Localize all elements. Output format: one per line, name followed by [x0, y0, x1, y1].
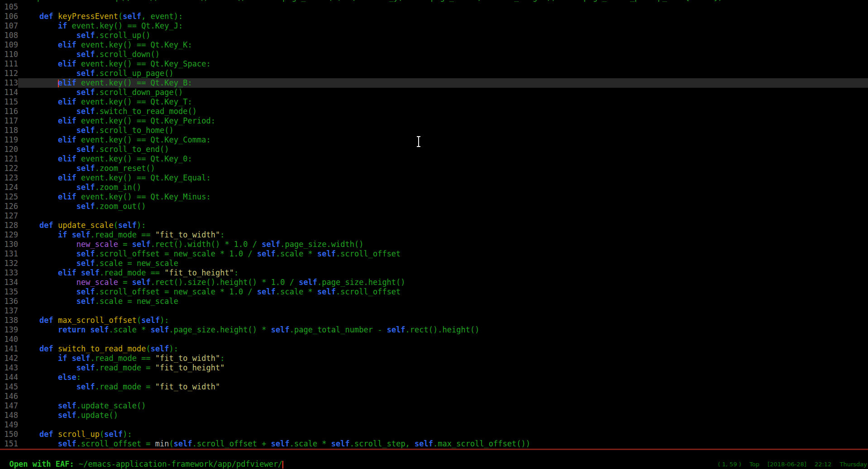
code-text: self.scroll_up() [18, 31, 868, 40]
code-line[interactable]: 132 self.scale = new_scale [0, 259, 868, 268]
line-number: 150 [0, 430, 18, 439]
code-text: def update_scale(self): [18, 221, 868, 230]
code-line[interactable]: 112 self.scroll_up_page() [0, 69, 868, 78]
code-line[interactable]: 140 [0, 335, 868, 344]
code-text [18, 2, 868, 12]
code-text: elif event.key() == Qt.Key_Period: [18, 116, 868, 126]
code-line[interactable]: 119 elif event.key() == Qt.Key_Comma: [0, 135, 868, 145]
line-number: 111 [0, 59, 18, 69]
code-line[interactable]: 129 if self.read_mode == "fit_to_width": [0, 230, 868, 240]
line-number: 142 [0, 354, 18, 363]
line-number: 110 [0, 50, 18, 59]
mouse-ibeam-cursor [415, 136, 422, 147]
line-number: 129 [0, 230, 18, 240]
code-line[interactable]: 114 self.scroll_down_page() [0, 88, 868, 97]
code-text: new_scale = self.rect().width() * 1.0 / … [18, 240, 868, 249]
code-line[interactable]: 122 self.zoom_reset() [0, 164, 868, 173]
line-number: 134 [0, 278, 18, 287]
tray-time: 22:12 [815, 461, 831, 468]
line-number: 109 [0, 40, 18, 50]
code-line[interactable]: 151 self.scroll_offset = min(self.scroll… [0, 439, 868, 449]
code-line[interactable]: 134 new_scale = self.rect().size().heigh… [0, 278, 868, 287]
code-text: self.update_scale() [18, 401, 868, 411]
code-line[interactable]: 105 [0, 2, 868, 12]
code-text [18, 420, 868, 430]
line-number: 133 [0, 268, 18, 278]
code-line[interactable]: 149 [0, 420, 868, 430]
code-text: def max_scroll_offset(self): [18, 316, 868, 325]
line-number: 138 [0, 316, 18, 325]
code-text [18, 392, 868, 401]
code-text: else: [18, 373, 868, 382]
code-line[interactable]: 147 self.update_scale() [0, 401, 868, 411]
line-number: 151 [0, 439, 18, 449]
code-line[interactable]: 108 self.scroll_up() [0, 31, 868, 40]
code-text: self.switch_to_read_mode() [18, 107, 868, 116]
code-line[interactable]: 143 self.read_mode = "fit_to_height" [0, 363, 868, 373]
code-text: self.update() [18, 411, 868, 420]
code-text: self.scroll_offset = new_scale * 1.0 / s… [18, 287, 868, 297]
code-line[interactable]: 113 elif event.key() == Qt.Key_B: [0, 78, 868, 88]
code-line[interactable]: 135 self.scroll_offset = new_scale * 1.0… [0, 287, 868, 297]
code-line[interactable]: 148 self.update() [0, 411, 868, 420]
code-line[interactable]: 146 [0, 392, 868, 401]
code-line[interactable]: 118 self.scroll_to_home() [0, 126, 868, 135]
line-number: 146 [0, 392, 18, 401]
code-text: self.scroll_offset = min(self.scroll_off… [18, 439, 868, 449]
code-line[interactable]: 110 self.scroll_down() [0, 50, 868, 59]
code-line[interactable]: 141 def switch_to_read_mode(self): [0, 344, 868, 354]
line-number: 116 [0, 107, 18, 116]
code-text: return self.scale * self.page_size.heigh… [18, 325, 868, 335]
line-number: 105 [0, 2, 18, 12]
tray-date: [2018-06-28] [768, 461, 806, 468]
code-line[interactable]: 120 self.scroll_to_end() [0, 145, 868, 154]
code-text: self.scale = new_scale [18, 297, 868, 306]
line-number: 143 [0, 363, 18, 373]
code-line[interactable]: 139 return self.scale * self.page_size.h… [0, 325, 868, 335]
code-line[interactable]: 111 elif event.key() == Qt.Key_Space: [0, 59, 868, 69]
code-line[interactable]: 130 new_scale = self.rect().width() * 1.… [0, 240, 868, 249]
code-line[interactable]: 123 elif event.key() == Qt.Key_Equal: [0, 173, 868, 183]
code-line[interactable]: 109 elif event.key() == Qt.Key_K: [0, 40, 868, 50]
line-number: 139 [0, 325, 18, 335]
minibuffer[interactable]: Open with EAF: ~/emacs-application-frame… [0, 450, 868, 460]
code-text: self.scroll_up_page() [18, 69, 868, 78]
code-line[interactable]: 121 elif event.key() == Qt.Key_0: [0, 154, 868, 164]
code-line[interactable]: 107 if event.key() == Qt.Key_J: [0, 21, 868, 31]
code-line[interactable]: 116 self.switch_to_read_mode() [0, 107, 868, 116]
code-line[interactable]: 127 [0, 211, 868, 221]
line-number: 121 [0, 154, 18, 164]
code-text: self.zoom_in() [18, 183, 868, 192]
line-number: 106 [0, 12, 18, 21]
code-text: elif event.key() == Qt.Key_B: [18, 78, 868, 88]
code-text: elif event.key() == Qt.Key_Minus: [18, 192, 868, 202]
line-number: 147 [0, 401, 18, 411]
code-line[interactable]: 125 elif event.key() == Qt.Key_Minus: [0, 192, 868, 202]
code-text: if self.read_mode == "fit_to_width": [18, 354, 868, 363]
code-line[interactable]: 136 self.scale = new_scale [0, 297, 868, 306]
code-line[interactable]: 138 def max_scroll_offset(self): [0, 316, 868, 325]
line-number: 145 [0, 382, 18, 392]
line-number: 112 [0, 69, 18, 78]
code-line[interactable]: 115 elif event.key() == Qt.Key_T: [0, 97, 868, 107]
code-text: elif event.key() == Qt.Key_T: [18, 97, 868, 107]
code-buffer[interactable]: painter.drawPixmap(QRect((self.rect().wi… [0, 0, 868, 449]
tray-scroll-position: Top [749, 461, 759, 468]
code-line[interactable]: 137 [0, 306, 868, 316]
code-line[interactable]: 145 self.read_mode = "fit_to_width" [0, 382, 868, 392]
code-line[interactable]: 142 if self.read_mode == "fit_to_width": [0, 354, 868, 363]
code-line[interactable]: 126 self.zoom_out() [0, 202, 868, 211]
line-number: 137 [0, 306, 18, 316]
code-line[interactable]: 150 def scroll_up(self): [0, 430, 868, 439]
code-line[interactable]: 124 self.zoom_in() [0, 183, 868, 192]
code-line[interactable]: 131 self.scroll_offset = new_scale * 1.0… [0, 249, 868, 259]
code-line[interactable]: 144 else: [0, 373, 868, 382]
code-text: self.scroll_to_end() [18, 145, 868, 154]
code-line[interactable]: 128 def update_scale(self): [0, 221, 868, 230]
code-lines: 105106 def keyPressEvent(self, event):10… [0, 2, 868, 449]
code-line[interactable]: 117 elif event.key() == Qt.Key_Period: [0, 116, 868, 126]
line-number: 125 [0, 192, 18, 202]
code-line[interactable]: 133 elif self.read_mode == "fit_to_heigh… [0, 268, 868, 278]
line-number: 124 [0, 183, 18, 192]
code-line[interactable]: 106 def keyPressEvent(self, event): [0, 12, 868, 21]
